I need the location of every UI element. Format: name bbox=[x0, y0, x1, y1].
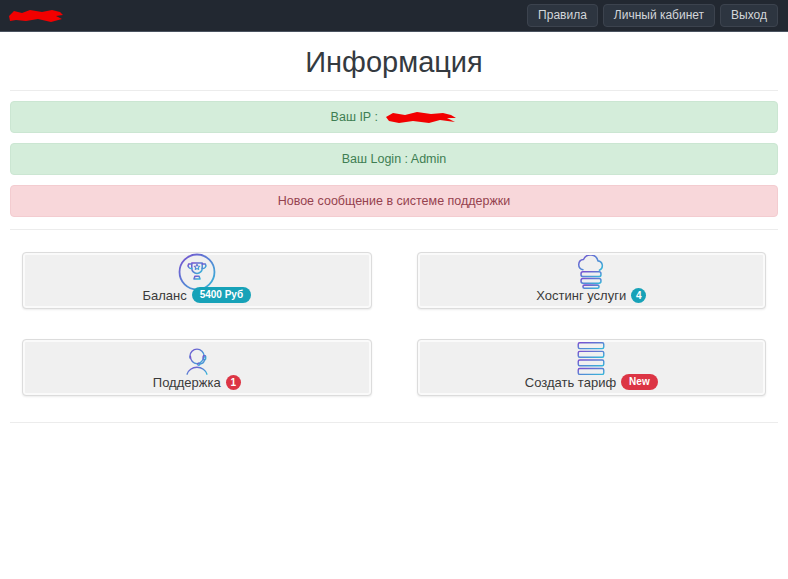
support-agent-icon bbox=[180, 344, 214, 375]
support-count-badge: 1 bbox=[226, 375, 241, 390]
logout-button[interactable]: Выход bbox=[720, 4, 778, 27]
rules-button[interactable]: Правила bbox=[527, 4, 598, 27]
hosting-services-card[interactable]: Хостинг услуги 4 bbox=[417, 252, 767, 309]
redaction-scribble-ip bbox=[385, 111, 457, 124]
brand-logo-redacted[interactable] bbox=[8, 0, 64, 31]
divider bbox=[10, 229, 778, 230]
divider bbox=[10, 422, 778, 423]
cloud-server-icon bbox=[571, 257, 611, 288]
balance-badge: 5400 Руб bbox=[192, 287, 251, 303]
page-title: Информация bbox=[10, 46, 778, 79]
hosting-services-count-badge: 4 bbox=[631, 288, 646, 303]
top-navbar: Правила Личный кабинет Выход bbox=[0, 0, 788, 32]
trophy-icon bbox=[178, 257, 216, 287]
create-tariff-card-label: Создать тариф bbox=[525, 375, 616, 390]
dashboard-cards: Баланс 5400 Руб bbox=[10, 252, 778, 396]
divider bbox=[10, 90, 778, 91]
balance-card-label: Баланс bbox=[142, 288, 186, 303]
hosting-services-card-label: Хостинг услуги bbox=[536, 288, 626, 303]
redaction-scribble-logo bbox=[8, 8, 64, 24]
support-message-alert: Новое сообщение в системе поддержки bbox=[10, 185, 778, 217]
ip-alert-label: Ваш IP : bbox=[331, 110, 378, 124]
personal-cabinet-button[interactable]: Личный кабинет bbox=[603, 4, 715, 27]
new-badge: New bbox=[621, 374, 658, 390]
server-rack-icon bbox=[574, 344, 608, 374]
login-alert: Ваш Login : Admin bbox=[10, 143, 778, 175]
support-card[interactable]: Поддержка 1 bbox=[22, 339, 372, 396]
ip-alert: Ваш IP : bbox=[10, 101, 778, 133]
balance-card[interactable]: Баланс 5400 Руб bbox=[22, 252, 372, 309]
navbar-actions: Правила Личный кабинет Выход bbox=[527, 4, 778, 27]
create-tariff-card[interactable]: Создать тариф New bbox=[417, 339, 767, 396]
support-card-label: Поддержка bbox=[153, 375, 221, 390]
main-container: Информация Ваш IP : Ваш Login : Admin Но… bbox=[0, 46, 788, 423]
